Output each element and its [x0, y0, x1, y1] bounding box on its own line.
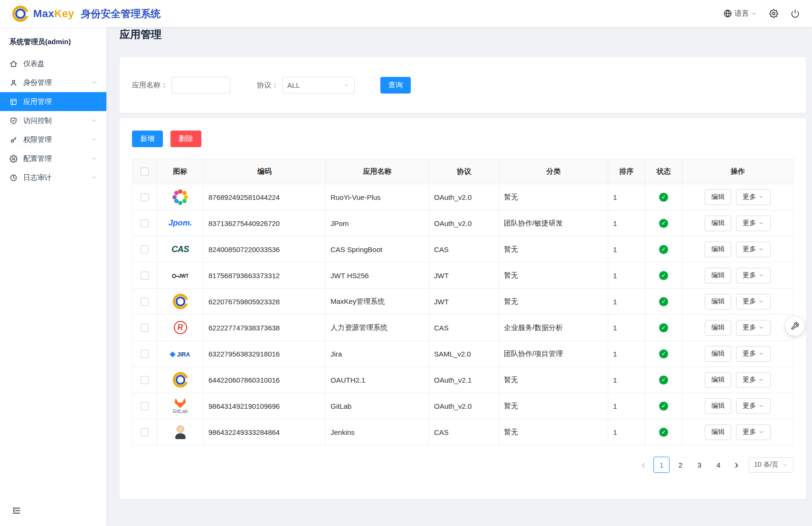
add-button[interactable]: 新增	[132, 131, 163, 147]
column-header-name: 应用名称	[326, 159, 429, 184]
sidebar-item-access[interactable]: 访问控制	[0, 111, 106, 130]
page-buttons: 1234	[652, 457, 728, 473]
app-sort: 1	[608, 210, 645, 236]
column-header-actions: 操作	[682, 159, 793, 184]
column-header-sort: 排序	[608, 159, 645, 184]
page-button-1[interactable]: 1	[653, 457, 670, 473]
sidebar-item-label: 日志审计	[23, 173, 52, 182]
sidebar-user-title: 系统管理员(admin)	[0, 27, 106, 54]
more-button[interactable]: 更多	[736, 320, 771, 336]
language-switcher[interactable]: 语言	[723, 9, 757, 18]
app-code: 622227747938373638	[204, 315, 326, 341]
edit-button[interactable]: 编辑	[705, 294, 731, 310]
sidebar-item-identity[interactable]: 身份管理	[0, 73, 106, 92]
more-button[interactable]: 更多	[736, 294, 771, 310]
edit-button[interactable]: 编辑	[705, 216, 731, 231]
column-header-code: 编码	[204, 159, 326, 184]
chevron-down-icon	[91, 118, 97, 123]
app-category: 团队协作/项目管理	[499, 341, 608, 367]
more-button[interactable]: 更多	[736, 346, 771, 362]
search-button[interactable]: 查询	[380, 77, 411, 94]
page-title: 应用管理	[120, 28, 806, 42]
table-row: 644220607860310016OAUTH2.1OAuth_v2.1暂无1✓…	[132, 367, 793, 393]
protocol-label: 协议：	[257, 81, 278, 90]
more-button[interactable]: 更多	[736, 242, 771, 257]
page-button-2[interactable]: 2	[672, 457, 689, 473]
row-checkbox[interactable]	[141, 219, 149, 227]
next-page-button[interactable]: ›	[731, 459, 742, 470]
table-row: 622076759805923328MaxKey管理系统JWT暂无1✓编辑更多	[132, 289, 793, 315]
table-row: JIRA632279563832918016JiraSAML_v2.0团队协作/…	[132, 341, 793, 367]
more-button[interactable]: 更多	[736, 424, 771, 440]
app-protocol: OAuth_v2.1	[429, 367, 499, 393]
logout-button[interactable]	[791, 9, 800, 18]
chevron-down-icon	[91, 80, 97, 85]
row-checkbox[interactable]	[141, 402, 149, 410]
sidebar-item-audit[interactable]: 日志审计	[0, 168, 106, 187]
language-label: 语言	[735, 9, 749, 18]
more-button[interactable]: 更多	[736, 268, 771, 283]
app-name: RuoYi-Vue-Plus	[326, 184, 429, 210]
sidebar-item-config[interactable]: 配置管理	[0, 149, 106, 168]
table-row: CAS824008507220033536CAS SpringBootCAS暂无…	[132, 236, 793, 263]
row-checkbox[interactable]	[141, 350, 149, 358]
row-checkbox[interactable]	[141, 245, 149, 254]
page-button-4[interactable]: 4	[710, 457, 727, 473]
app-name: OAUTH2.1	[326, 367, 429, 393]
status-active-icon: ✓	[659, 297, 668, 306]
edit-button[interactable]: 编辑	[705, 242, 731, 257]
sidebar-item-label: 仪表盘	[23, 59, 45, 68]
edit-button[interactable]: 编辑	[705, 346, 731, 362]
more-button[interactable]: 更多	[736, 189, 771, 205]
edit-button[interactable]: 编辑	[705, 398, 731, 414]
sidebar-item-apps[interactable]: 应用管理	[0, 92, 106, 111]
sidebar-item-dashboard[interactable]: 仪表盘	[0, 54, 106, 73]
app-sort: 1	[608, 341, 645, 367]
main-content: home / 应用管理 应用管理 应用名称： 协议： ALL 查询 新增 删除	[106, 0, 812, 499]
row-checkbox[interactable]	[141, 324, 149, 332]
row-checkbox[interactable]	[141, 376, 149, 384]
brand: MaxKey 身份安全管理系统	[12, 6, 161, 22]
app-name: JWT HS256	[326, 263, 429, 289]
jwt-logo: JWT	[172, 273, 189, 279]
app-sort: 1	[608, 367, 645, 393]
access-icon	[9, 117, 18, 125]
sidebar-item-permission[interactable]: 权限管理	[0, 130, 106, 149]
app-protocol: CAS	[429, 315, 499, 341]
jira-logo: JIRA	[170, 351, 190, 358]
more-button[interactable]: 更多	[736, 398, 771, 414]
row-checkbox[interactable]	[141, 193, 149, 201]
apps-icon	[9, 98, 18, 106]
row-checkbox[interactable]	[141, 272, 149, 280]
sidebar-footer	[0, 498, 106, 526]
row-checkbox[interactable]	[141, 298, 149, 306]
floating-tool-button[interactable]	[785, 317, 804, 336]
page-size-value: 10 条/页	[754, 460, 778, 469]
edit-button[interactable]: 编辑	[705, 189, 731, 205]
edit-button[interactable]: 编辑	[705, 372, 731, 388]
app-code: 986431492190109696	[204, 393, 326, 419]
app-code: 824008507220033536	[204, 236, 326, 263]
more-button[interactable]: 更多	[736, 372, 771, 388]
edit-button[interactable]: 编辑	[705, 268, 731, 283]
app-sort: 1	[608, 184, 645, 210]
select-all-checkbox[interactable]	[141, 168, 149, 176]
protocol-select[interactable]: ALL	[282, 77, 355, 94]
edit-button[interactable]: 编辑	[705, 424, 731, 440]
page-button-3[interactable]: 3	[691, 457, 708, 473]
app-sort: 1	[608, 263, 645, 289]
more-button[interactable]: 更多	[736, 216, 771, 231]
prev-page-button[interactable]: ‹	[638, 459, 649, 470]
collapse-sidebar-button[interactable]	[11, 506, 95, 516]
status-active-icon: ✓	[659, 376, 668, 385]
app-category: 暂无	[499, 393, 608, 419]
app-protocol: CAS	[429, 236, 499, 263]
app-name: GitLab	[326, 393, 429, 419]
settings-gear-button[interactable]	[769, 9, 778, 18]
page-size-select[interactable]: 10 条/页	[749, 457, 793, 473]
delete-button[interactable]: 删除	[170, 131, 201, 147]
chevron-down-icon	[91, 137, 97, 142]
edit-button[interactable]: 编辑	[705, 320, 731, 336]
row-checkbox[interactable]	[141, 428, 149, 436]
app-name-input[interactable]	[171, 77, 230, 94]
